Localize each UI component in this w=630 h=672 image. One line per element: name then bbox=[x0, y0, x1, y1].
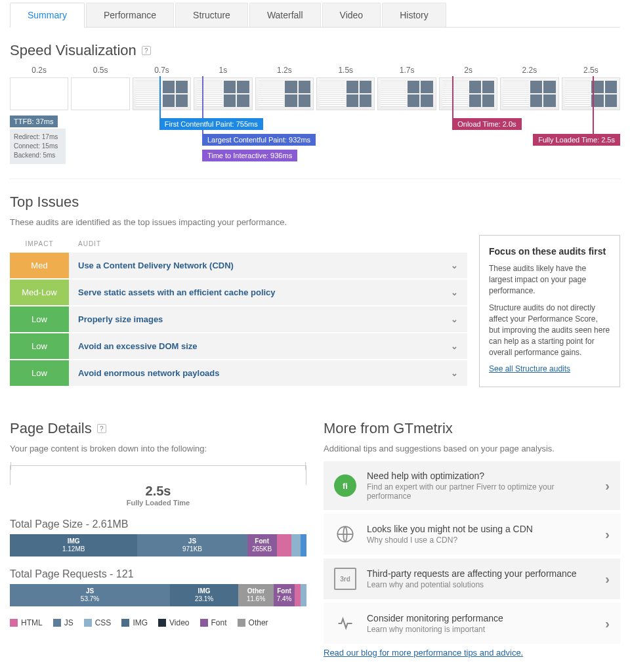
audit-cell[interactable]: Use a Content Delivery Network (CDN)⌄ bbox=[69, 253, 467, 278]
chevron-right-icon: › bbox=[605, 572, 610, 587]
audit-cell[interactable]: Avoid an excessive DOM size⌄ bbox=[69, 333, 467, 359]
frame-time: 0.7s bbox=[154, 66, 169, 75]
seg-label: JS bbox=[188, 537, 196, 545]
tab-structure[interactable]: Structure bbox=[175, 3, 248, 27]
issues-title: Top Issues bbox=[10, 194, 620, 211]
issue-row[interactable]: Low Avoid enormous network payloads⌄ bbox=[10, 360, 467, 386]
req-bar: JS53.7% IMG23.1% Other11.6% Font7.4% bbox=[10, 584, 306, 606]
impact-badge: Low bbox=[10, 306, 69, 332]
ttfb-label: TTFB: 37ms bbox=[10, 116, 58, 127]
chevron-right-icon: › bbox=[605, 527, 610, 542]
more-item-sub: Why should I use a CDN? bbox=[367, 536, 533, 545]
chevron-down-icon: ⌄ bbox=[451, 314, 458, 324]
audit-cell[interactable]: Properly size images⌄ bbox=[69, 306, 467, 332]
issue-row[interactable]: Med-Low Serve static assets with an effi… bbox=[10, 280, 467, 305]
seg-label: Font bbox=[277, 587, 291, 595]
more-item-sub: Find an expert with our partner Fiverr t… bbox=[367, 482, 595, 501]
speed-title: Speed Visualization ? bbox=[10, 42, 620, 59]
legend: HTML JS CSS IMG Video Font Other bbox=[10, 618, 306, 627]
sidebar-title: Focus on these audits first bbox=[489, 246, 610, 257]
more-from-gtmetrix: More from GTmetrix Additional tips and s… bbox=[324, 406, 620, 658]
details-title-text: Page Details bbox=[10, 420, 92, 437]
frame-time: 1.5s bbox=[338, 66, 353, 75]
ttfb-block: TTFB: 37ms Redirect: 17ms Connect: 15ms … bbox=[10, 113, 66, 164]
chevron-right-icon: › bbox=[605, 478, 610, 494]
ttfb-detail: Redirect: 17ms Connect: 15ms Backend: 5m… bbox=[10, 129, 66, 164]
size-title: Total Page Size - 2.61MB bbox=[10, 518, 306, 530]
frame-time: 0.5s bbox=[93, 66, 108, 75]
impact-badge: Low bbox=[10, 333, 69, 359]
tab-history[interactable]: History bbox=[382, 3, 446, 27]
frame-thumb bbox=[71, 77, 129, 110]
pulse-icon bbox=[334, 612, 356, 635]
marker-onload: Onload Time: 2.0s bbox=[452, 118, 521, 130]
frame-thumb bbox=[439, 77, 497, 110]
speed-frame: 1.7s bbox=[377, 66, 436, 110]
tab-summary[interactable]: Summary bbox=[10, 3, 85, 27]
frame-time: 0.2s bbox=[32, 66, 47, 75]
audit-text: Avoid an excessive DOM size bbox=[78, 341, 198, 351]
more-item-monitoring[interactable]: Consider monitoring performanceLearn why… bbox=[324, 603, 620, 644]
more-item-fiverr[interactable]: fi Need help with optimization?Find an e… bbox=[324, 461, 620, 510]
see-all-link[interactable]: See all Structure audits bbox=[489, 364, 570, 373]
legend-html: HTML bbox=[21, 618, 43, 627]
ttfb-connect: Connect: 15ms bbox=[14, 142, 62, 151]
tab-video[interactable]: Video bbox=[322, 3, 381, 27]
audit-text: Avoid enormous network payloads bbox=[78, 368, 220, 378]
audit-cell[interactable]: Avoid enormous network payloads⌄ bbox=[69, 360, 467, 386]
issues-sub: These audits are identified as the top i… bbox=[10, 217, 620, 227]
audit-cell[interactable]: Serve static assets with an efficient ca… bbox=[69, 280, 467, 305]
legend-font: Font bbox=[211, 618, 227, 627]
marker-tti: Time to Interactive: 936ms bbox=[202, 150, 297, 161]
onload-line bbox=[452, 76, 453, 118]
size-bar: IMG1.12MB JS971KB Font265KB bbox=[10, 534, 306, 556]
legend-js: JS bbox=[64, 618, 74, 627]
frame-time: 2.5s bbox=[583, 66, 598, 75]
help-icon[interactable]: ? bbox=[97, 424, 106, 433]
seg-value: 7.4% bbox=[277, 595, 292, 603]
tab-waterfall[interactable]: Waterfall bbox=[249, 3, 321, 27]
more-sub: Additional tips and suggestions based on… bbox=[324, 444, 620, 453]
blog-link[interactable]: Read our blog for more performance tips … bbox=[324, 648, 523, 658]
issues-sidebar: Focus on these audits first These audits… bbox=[479, 235, 620, 387]
seg-label: IMG bbox=[68, 537, 80, 545]
speed-frame: 2.5s bbox=[562, 66, 620, 110]
chevron-down-icon: ⌄ bbox=[451, 287, 458, 297]
impact-badge: Low bbox=[10, 360, 69, 386]
seg-value: 1.12MB bbox=[62, 545, 85, 553]
frame-time: 2.2s bbox=[522, 66, 537, 75]
frame-thumb bbox=[10, 77, 68, 110]
globe-icon bbox=[334, 523, 356, 545]
issue-row[interactable]: Low Properly size images⌄ bbox=[10, 306, 467, 332]
seg-value: 53.7% bbox=[81, 595, 99, 603]
frame-thumb bbox=[133, 77, 191, 110]
issue-row[interactable]: Med Use a Content Delivery Network (CDN)… bbox=[10, 253, 467, 278]
frame-thumb bbox=[377, 77, 436, 110]
more-item-title: Consider monitoring performance bbox=[367, 613, 503, 623]
speed-frame: 2s bbox=[439, 66, 497, 110]
chevron-right-icon: › bbox=[605, 616, 610, 631]
legend-css: CSS bbox=[95, 618, 112, 627]
more-item-cdn[interactable]: Looks like you might not be using a CDNW… bbox=[324, 514, 620, 555]
legend-img: IMG bbox=[133, 618, 148, 627]
more-item-thirdparty[interactable]: 3rd Third-party requests are affecting y… bbox=[324, 558, 620, 599]
seg-label: JS bbox=[86, 587, 94, 595]
speed-frame: 2.2s bbox=[500, 66, 558, 110]
col-impact: IMPACT bbox=[10, 240, 69, 247]
page-details: Page Details ? Your page content is brok… bbox=[10, 406, 306, 658]
marker-lcp: Largest Contentful Paint: 932ms bbox=[202, 134, 316, 146]
audit-text: Properly size images bbox=[78, 314, 163, 324]
legend-other: Other bbox=[249, 618, 268, 627]
tab-performance[interactable]: Performance bbox=[86, 3, 174, 27]
frame-thumb bbox=[562, 77, 620, 110]
tabs: Summary Performance Structure Waterfall … bbox=[10, 3, 620, 28]
chevron-down-icon: ⌄ bbox=[451, 368, 458, 378]
issue-row[interactable]: Low Avoid an excessive DOM size⌄ bbox=[10, 333, 467, 359]
help-icon[interactable]: ? bbox=[142, 46, 151, 55]
frame-thumb bbox=[255, 77, 314, 110]
more-item-title: Looks like you might not be using a CDN bbox=[367, 524, 533, 534]
legend-video: Video bbox=[169, 618, 189, 627]
details-title: Page Details ? bbox=[10, 420, 306, 437]
flt-value: 2.5s bbox=[10, 484, 306, 499]
ttfb-backend: Backend: 5ms bbox=[14, 151, 62, 160]
